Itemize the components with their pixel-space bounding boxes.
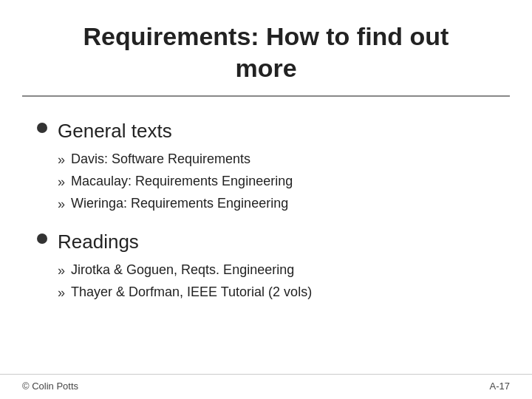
title-area: Requirements: How to find out more (0, 0, 532, 95)
slide-title: Requirements: How to find out more (44, 21, 488, 83)
sub-bullet-1-1: » Davis: Software Requirements (58, 150, 495, 169)
sub-bullet-marker-2-2: » (58, 284, 65, 302)
bullet-section-readings: Readings » Jirotka & Goguen, Reqts. Engi… (37, 230, 495, 305)
bullet-main-2: Readings (37, 230, 495, 255)
sub-bullet-text-2-2: Thayer & Dorfman, IEEE Tutorial (2 vols) (71, 283, 312, 301)
content-area: General texts » Davis: Software Requirem… (0, 112, 532, 374)
sub-bullet-2-1: » Jirotka & Goguen, Reqts. Engineering (58, 261, 495, 280)
sub-bullets-2: » Jirotka & Goguen, Reqts. Engineering »… (58, 261, 495, 302)
sub-bullet-2-2: » Thayer & Dorfman, IEEE Tutorial (2 vol… (58, 283, 495, 302)
sub-bullet-1-3: » Wieringa: Requirements Engineering (58, 194, 495, 214)
bullet-dot-1 (37, 123, 47, 133)
sub-bullets-1: » Davis: Software Requirements » Macaula… (58, 150, 495, 214)
sub-bullet-marker-1-3: » (58, 195, 65, 214)
sub-bullet-text-1-3: Wieringa: Requirements Engineering (71, 194, 288, 213)
sub-bullet-1-2: » Macaulay: Requirements Engineering (58, 172, 495, 191)
sub-bullet-text-1-2: Macaulay: Requirements Engineering (71, 172, 293, 191)
bullet-section-general-texts: General texts » Davis: Software Requirem… (37, 119, 495, 216)
footer-slide-number: A-17 (490, 381, 510, 392)
title-line1: Requirements: How to find out (83, 22, 449, 50)
slide: Requirements: How to find out more Gener… (0, 0, 532, 399)
bullet-dot-2 (37, 233, 47, 244)
title-divider (22, 95, 510, 97)
sub-bullet-marker-1-2: » (58, 173, 65, 191)
bullet-main-1: General texts (37, 119, 495, 144)
bullet-label-2: Readings (58, 230, 139, 255)
sub-bullet-text-1-1: Davis: Software Requirements (71, 150, 250, 168)
slide-footer: © Colin Potts A-17 (0, 374, 532, 399)
bullet-label-1: General texts (58, 119, 172, 144)
sub-bullet-marker-1-1: » (58, 151, 65, 169)
footer-copyright: © Colin Potts (22, 381, 78, 392)
sub-bullet-text-2-1: Jirotka & Goguen, Reqts. Engineering (71, 261, 294, 279)
title-line2: more (235, 54, 296, 82)
sub-bullet-marker-2-1: » (58, 262, 65, 280)
